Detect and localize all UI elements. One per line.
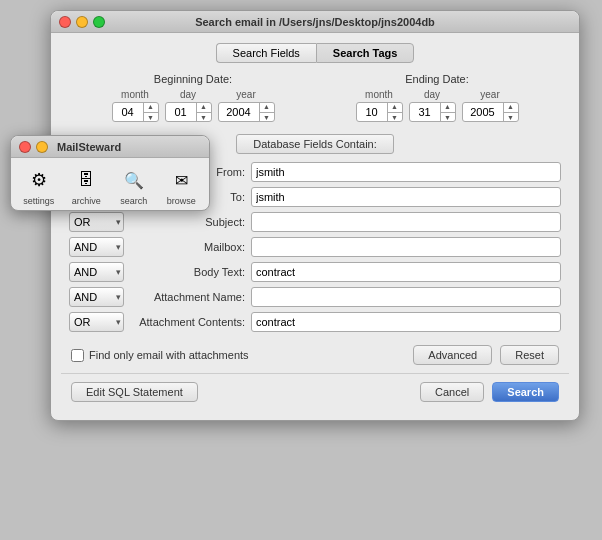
float-content: ⚙ settings 🗄 archive 🔍 search ✉ browse <box>11 158 209 210</box>
attachcontents-operator-wrapper: ORANDNOT <box>69 312 124 332</box>
subject-label: Subject: <box>130 216 245 228</box>
title-bar: Search email in /Users/jns/Desktop/jns20… <box>51 11 579 33</box>
begin-day-down[interactable]: ▼ <box>197 113 211 123</box>
end-month-input[interactable] <box>357 106 387 118</box>
beginning-date-group: Beginning Date: month ▲ ▼ day <box>112 73 275 122</box>
begin-year-up[interactable]: ▲ <box>260 102 274 113</box>
begin-year-down[interactable]: ▼ <box>260 113 274 123</box>
end-day-field: day ▲ ▼ <box>409 89 456 122</box>
to-input[interactable] <box>251 187 561 207</box>
from-input[interactable] <box>251 162 561 182</box>
cancel-button[interactable]: Cancel <box>420 382 484 402</box>
end-year-stepper: ▲ ▼ <box>462 102 519 122</box>
beginning-date-label: Beginning Date: <box>154 73 232 85</box>
float-search-btn[interactable]: 🔍 search <box>114 166 154 206</box>
attachcontents-operator-select[interactable]: ORANDNOT <box>69 312 124 332</box>
end-day-down[interactable]: ▼ <box>441 113 455 123</box>
window-title: Search email in /Users/jns/Desktop/jns20… <box>195 16 435 28</box>
end-year-label: year <box>480 89 499 100</box>
mailbox-input[interactable] <box>251 237 561 257</box>
end-day-stepper: ▲ ▼ <box>409 102 456 122</box>
attachcontents-label: Attachment Contents: <box>130 316 245 328</box>
search-icon: 🔍 <box>120 166 148 194</box>
begin-day-stepper: ▲ ▼ <box>165 102 212 122</box>
begin-year-arrows: ▲ ▼ <box>259 102 274 122</box>
float-browse-btn[interactable]: ✉ browse <box>161 166 201 206</box>
end-month-label: month <box>365 89 393 100</box>
search-label: search <box>120 196 147 206</box>
date-section: Beginning Date: month ▲ ▼ day <box>61 73 569 122</box>
float-close-button[interactable] <box>19 141 31 153</box>
begin-month-input[interactable] <box>113 106 143 118</box>
attachments-label-text: Find only email with attachments <box>89 349 249 361</box>
minimize-button[interactable] <box>76 16 88 28</box>
browse-label: browse <box>167 196 196 206</box>
bodytext-label: Body Text: <box>130 266 245 278</box>
tab-search-fields[interactable]: Search Fields <box>216 43 316 63</box>
ending-date-fields: month ▲ ▼ day <box>356 89 519 122</box>
attachcontents-input[interactable] <box>251 312 561 332</box>
subject-operator-wrapper: ORANDNOT <box>69 212 124 232</box>
ending-date-group: Ending Date: month ▲ ▼ day <box>356 73 519 122</box>
begin-month-field: month ▲ ▼ <box>112 89 159 122</box>
tab-search-tags[interactable]: Search Tags <box>316 43 415 63</box>
begin-year-input[interactable] <box>219 106 259 118</box>
window-content: Search Fields Search Tags Beginning Date… <box>51 33 579 420</box>
footer-right-buttons: Cancel Search <box>420 382 559 402</box>
bodytext-operator-wrapper: ANDORNOT <box>69 262 124 282</box>
end-month-up[interactable]: ▲ <box>388 102 402 113</box>
end-day-up[interactable]: ▲ <box>441 102 455 113</box>
end-day-arrows: ▲ ▼ <box>440 102 455 122</box>
end-day-input[interactable] <box>410 106 440 118</box>
browse-icon: ✉ <box>167 166 195 194</box>
edit-sql-button[interactable]: Edit SQL Statement <box>71 382 198 402</box>
subject-operator-select[interactable]: ORANDNOT <box>69 212 124 232</box>
footer-area: Edit SQL Statement Cancel Search <box>61 373 569 410</box>
beginning-date-fields: month ▲ ▼ day <box>112 89 275 122</box>
mailbox-operator-wrapper: ANDORNOT <box>69 237 124 257</box>
archive-label: archive <box>72 196 101 206</box>
float-title-bar: MailSteward <box>11 136 209 158</box>
end-month-field: month ▲ ▼ <box>356 89 403 122</box>
tab-bar: Search Fields Search Tags <box>61 43 569 63</box>
end-year-down[interactable]: ▼ <box>504 113 518 123</box>
end-year-input[interactable] <box>463 106 503 118</box>
end-month-arrows: ▲ ▼ <box>387 102 402 122</box>
bottom-area: Find only email with attachments Advance… <box>61 337 569 365</box>
float-archive-btn[interactable]: 🗄 archive <box>66 166 106 206</box>
archive-icon: 🗄 <box>72 166 100 194</box>
settings-icon: ⚙ <box>25 166 53 194</box>
begin-day-input[interactable] <box>166 106 196 118</box>
bodytext-input[interactable] <box>251 262 561 282</box>
float-settings-btn[interactable]: ⚙ settings <box>19 166 59 206</box>
bodytext-operator-select[interactable]: ANDORNOT <box>69 262 124 282</box>
close-button[interactable] <box>59 16 71 28</box>
begin-month-down[interactable]: ▼ <box>144 113 158 123</box>
reset-button[interactable]: Reset <box>500 345 559 365</box>
float-window-title: MailSteward <box>57 141 121 153</box>
begin-day-arrows: ▲ ▼ <box>196 102 211 122</box>
subject-input[interactable] <box>251 212 561 232</box>
field-row-subject: ORANDNOT Subject: <box>69 212 561 232</box>
attachname-operator-select[interactable]: ANDORNOT <box>69 287 124 307</box>
field-row-attachcontents: ORANDNOT Attachment Contents: <box>69 312 561 332</box>
end-year-arrows: ▲ ▼ <box>503 102 518 122</box>
mailbox-operator-select[interactable]: ANDORNOT <box>69 237 124 257</box>
begin-month-stepper: ▲ ▼ <box>112 102 159 122</box>
end-month-stepper: ▲ ▼ <box>356 102 403 122</box>
attachments-checkbox-label[interactable]: Find only email with attachments <box>71 349 249 362</box>
maximize-button[interactable] <box>93 16 105 28</box>
field-row-mailbox: ANDORNOT Mailbox: <box>69 237 561 257</box>
end-year-up[interactable]: ▲ <box>504 102 518 113</box>
begin-year-label: year <box>236 89 255 100</box>
search-button[interactable]: Search <box>492 382 559 402</box>
begin-day-up[interactable]: ▲ <box>197 102 211 113</box>
float-minimize-button[interactable] <box>36 141 48 153</box>
attachname-input[interactable] <box>251 287 561 307</box>
attachments-checkbox[interactable] <box>71 349 84 362</box>
attachname-label: Attachment Name: <box>130 291 245 303</box>
begin-month-up[interactable]: ▲ <box>144 102 158 113</box>
advanced-button[interactable]: Advanced <box>413 345 492 365</box>
begin-month-label: month <box>121 89 149 100</box>
end-month-down[interactable]: ▼ <box>388 113 402 123</box>
